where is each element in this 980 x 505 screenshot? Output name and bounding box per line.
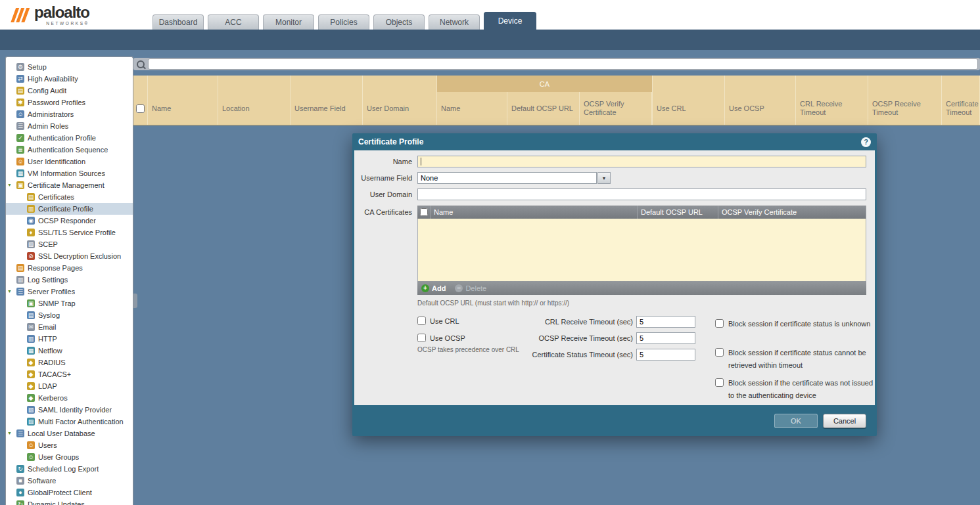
cancel-button[interactable]: Cancel xyxy=(823,414,866,428)
sidebar-item-ocsp-responder[interactable]: ◉OCSP Responder xyxy=(6,215,133,227)
sidebar-item-authentication-sequence[interactable]: ≣Authentication Sequence xyxy=(6,144,133,156)
brand-name: paloalto xyxy=(34,5,89,20)
sidebar-item-response-pages[interactable]: ▤Response Pages xyxy=(6,262,133,274)
sidebar-item-authentication-profile[interactable]: ✓Authentication Profile xyxy=(6,132,133,144)
sidebar-item-label: Dynamic Updates xyxy=(28,500,85,505)
sidebar-item-certificates[interactable]: ▤Certificates xyxy=(6,191,133,203)
sidebar-item-users[interactable]: ☺Users xyxy=(6,439,133,451)
user-domain-label: User Domain xyxy=(354,190,412,198)
ca-select-all-checkbox[interactable] xyxy=(420,208,428,216)
sidebar-item-snmp-trap[interactable]: ▣SNMP Trap xyxy=(6,297,133,309)
column-username-field[interactable]: Username Field xyxy=(291,76,363,125)
sidebar-item-setup[interactable]: ⚙Setup xyxy=(6,61,133,73)
ocsp-responder-icon: ◉ xyxy=(27,217,35,225)
sidebar-item-http[interactable]: ▥HTTP xyxy=(6,333,133,345)
username-field-dropdown-button[interactable]: ▼ xyxy=(597,172,611,184)
delete-button[interactable]: − Delete xyxy=(455,284,486,292)
tab-device[interactable]: Device xyxy=(484,12,536,30)
sidebar-item-software[interactable]: ■Software xyxy=(6,475,133,487)
ca-table-body[interactable] xyxy=(417,219,866,281)
sidebar-item-ssl-decryption-exclusion[interactable]: ⊘SSL Decryption Exclusion xyxy=(6,250,133,262)
ssl-tls-service-profile-icon: ♦ xyxy=(27,229,35,236)
sidebar-item-scheduled-log-export[interactable]: ↻Scheduled Log Export xyxy=(6,463,133,475)
sidebar-item-certificate-profile[interactable]: ▥Certificate Profile xyxy=(6,203,133,215)
name-input[interactable] xyxy=(417,156,866,167)
expand-arrow-icon[interactable]: ▼ xyxy=(7,431,12,435)
column-user-domain[interactable]: User Domain xyxy=(363,76,437,125)
block-option-row-3: Block session if the certificate was not… xyxy=(715,377,874,402)
sidebar-item-email[interactable]: ✉Email xyxy=(6,321,133,333)
column-ocsp-receive-timeout[interactable]: OCSP Receive Timeout xyxy=(868,76,942,125)
crl-receive-timeout-sec-row: CRL Receive Timeout (sec) xyxy=(354,316,695,328)
sidebar-item-label: OCSP Responder xyxy=(38,217,96,225)
sidebar-item-label: High Availability xyxy=(28,75,78,83)
tab-network[interactable]: Network xyxy=(429,14,480,30)
sidebar-item-radius[interactable]: ◆RADIUS xyxy=(6,357,133,368)
sidebar-item-log-settings[interactable]: ▥Log Settings xyxy=(6,274,133,286)
search-input[interactable] xyxy=(148,58,978,70)
help-icon[interactable]: ? xyxy=(861,137,871,147)
sidebar-item-server-profiles[interactable]: ▼☰Server Profiles xyxy=(6,286,133,297)
block-option-label: Block session if certificate status is u… xyxy=(728,318,870,330)
expand-arrow-icon[interactable]: ▼ xyxy=(7,183,12,187)
sidebar-item-admin-roles[interactable]: ☰Admin Roles xyxy=(6,120,133,132)
user-domain-input[interactable] xyxy=(417,188,866,200)
add-button[interactable]: + Add xyxy=(421,284,446,292)
block-option-checkbox-3[interactable] xyxy=(715,378,724,387)
username-field-input[interactable] xyxy=(417,172,597,184)
tab-policies[interactable]: Policies xyxy=(318,14,369,30)
tab-objects[interactable]: Objects xyxy=(373,14,425,30)
sidebar-item-vm-information-sources[interactable]: ▦VM Information Sources xyxy=(6,167,133,179)
sidebar-item-dynamic-updates[interactable]: ↻Dynamic Updates xyxy=(6,498,133,505)
ca-column-default-ocsp-url[interactable]: Default OCSP URL xyxy=(638,206,718,219)
software-icon: ■ xyxy=(16,477,24,485)
column-use-crl[interactable]: Use CRL xyxy=(653,76,725,125)
sidebar-item-ldap[interactable]: ◆LDAP xyxy=(6,380,133,392)
tab-monitor[interactable]: Monitor xyxy=(263,14,314,30)
sidebar-item-syslog[interactable]: ▤Syslog xyxy=(6,309,133,321)
sidebar-item-administrators[interactable]: ☺Administrators xyxy=(6,108,133,120)
block-option-checkbox-2[interactable] xyxy=(715,348,724,357)
tab-dashboard[interactable]: Dashboard xyxy=(152,14,204,30)
nav-band xyxy=(0,30,980,50)
sidebar-item-config-audit[interactable]: ▤Config Audit xyxy=(6,85,133,97)
sidebar-item-certificate-management[interactable]: ▼▣Certificate Management xyxy=(6,179,133,191)
certificate-status-timeout-sec-input[interactable] xyxy=(636,349,695,361)
sidebar-collapse-grip[interactable] xyxy=(133,294,137,308)
column-use-ocsp[interactable]: Use OCSP xyxy=(725,76,796,125)
sidebar-item-password-profiles[interactable]: ✱Password Profiles xyxy=(6,97,133,108)
column-name[interactable]: Name xyxy=(148,76,218,125)
sidebar-item-kerberos[interactable]: ◆Kerberos xyxy=(6,392,133,404)
sidebar-item-local-user-database[interactable]: ▼☰Local User Database xyxy=(6,428,133,439)
tab-acc[interactable]: ACC xyxy=(208,14,259,30)
ok-button[interactable]: OK xyxy=(774,414,818,428)
column-ocsp-verify-certificate[interactable]: OCSP Verify Certificate xyxy=(580,92,652,125)
block-option-checkbox-1[interactable] xyxy=(715,319,724,328)
sidebar-item-user-identification[interactable]: ☺User Identification xyxy=(6,156,133,167)
ca-table-header: NameDefault OCSP URLOCSP Verify Certific… xyxy=(417,206,866,219)
sidebar-item-saml-identity-provider[interactable]: ▧SAML Identity Provider xyxy=(6,404,133,416)
crl-receive-timeout-sec-input[interactable] xyxy=(636,316,695,328)
column-crl-receive-timeout[interactable]: CRL Receive Timeout xyxy=(796,76,868,125)
column-default-ocsp-url[interactable]: Default OCSP URL xyxy=(507,92,580,125)
sidebar-item-high-availability[interactable]: ⇄High Availability xyxy=(6,73,133,85)
ca-column-name[interactable]: Name xyxy=(431,206,638,219)
multi-factor-authentication-icon: ▨ xyxy=(27,418,35,426)
sidebar-item-netflow[interactable]: ▦Netflow xyxy=(6,345,133,357)
dialog-titlebar[interactable]: Certificate Profile ? xyxy=(352,133,877,150)
ocsp-receive-timeout-sec-input[interactable] xyxy=(636,332,695,344)
select-all-checkbox[interactable] xyxy=(136,104,145,113)
column-name[interactable]: Name xyxy=(437,92,507,125)
sidebar-item-user-groups[interactable]: ☺User Groups xyxy=(6,451,133,463)
sidebar-item-tacacs[interactable]: ◆TACACS+ xyxy=(6,368,133,380)
sidebar-item-multi-factor-authentication[interactable]: ▨Multi Factor Authentication xyxy=(6,416,133,428)
expand-arrow-icon[interactable]: ▼ xyxy=(7,289,12,294)
sidebar-item-scep[interactable]: ▨SCEP xyxy=(6,238,133,250)
ca-column-ocsp-verify-certificate[interactable]: OCSP Verify Certificate xyxy=(718,206,866,219)
column-location[interactable]: Location xyxy=(218,76,291,125)
sidebar-item-label: Administrators xyxy=(28,110,74,118)
sidebar-item-globalprotect-client[interactable]: ●GlobalProtect Client xyxy=(6,487,133,498)
minus-icon: − xyxy=(455,284,463,292)
column-certificate-timeout[interactable]: Certificate Timeout xyxy=(942,76,980,125)
sidebar-item-ssl-tls-service-profile[interactable]: ♦SSL/TLS Service Profile xyxy=(6,227,133,238)
